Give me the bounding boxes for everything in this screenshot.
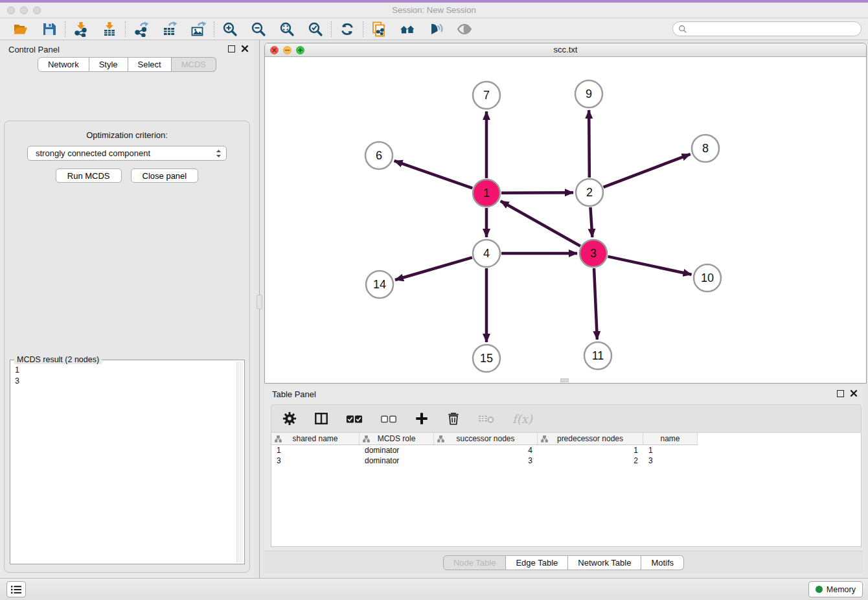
table-cell[interactable]: 3 xyxy=(643,456,698,465)
graph-node-8[interactable]: 8 xyxy=(692,135,719,162)
column-header-MCDS-role[interactable]: MCDS role xyxy=(360,433,434,445)
graph-node-14[interactable]: 14 xyxy=(366,271,393,298)
vertical-splitter-grip[interactable] xyxy=(257,295,262,309)
graph-node-11[interactable]: 11 xyxy=(584,342,611,369)
status-bar: Memory xyxy=(0,578,868,600)
table-row[interactable]: 1dominator411 xyxy=(271,445,861,456)
add-icon[interactable] xyxy=(415,411,429,426)
close-panel-icon[interactable] xyxy=(850,389,858,397)
graph-edge-2-9[interactable] xyxy=(589,110,589,178)
tab-edge-table[interactable]: Edge Table xyxy=(506,555,568,570)
export-table-icon[interactable] xyxy=(162,21,177,37)
table-cell[interactable]: 1 xyxy=(271,446,360,455)
graph-node-1[interactable]: 1 xyxy=(473,179,500,207)
zoom-in-icon[interactable] xyxy=(222,21,238,37)
app-traffic-lights[interactable] xyxy=(7,6,41,14)
tab-style[interactable]: Style xyxy=(89,57,128,72)
tab-network[interactable]: Network xyxy=(38,57,89,72)
search-input[interactable] xyxy=(691,25,856,34)
column-header-successor-nodes[interactable]: successor nodes xyxy=(434,433,538,445)
graph-edge-1-6[interactable] xyxy=(394,161,473,188)
table-row[interactable]: 3dominator323 xyxy=(271,456,861,466)
table-cell[interactable]: 4 xyxy=(434,446,538,455)
table-cell[interactable]: 3 xyxy=(434,456,538,465)
graph-node-3[interactable]: 3 xyxy=(580,240,607,267)
table-cell[interactable]: dominator xyxy=(360,446,434,455)
network-canvas[interactable]: 7968124314101511 xyxy=(265,57,866,383)
zoom-out-icon[interactable] xyxy=(251,21,266,37)
tab-network-table[interactable]: Network Table xyxy=(568,555,641,570)
table-cell[interactable]: dominator xyxy=(360,456,434,465)
table-cell[interactable]: 2 xyxy=(538,456,643,465)
sort-hierarchy-icon xyxy=(363,435,370,443)
trash-icon[interactable] xyxy=(446,411,461,426)
task-history-button[interactable] xyxy=(6,581,26,597)
show-columns-icon[interactable] xyxy=(314,411,328,426)
minimize-window-button[interactable] xyxy=(20,6,28,14)
graph-node-4[interactable]: 4 xyxy=(473,240,500,267)
close-view-button[interactable] xyxy=(270,46,279,54)
graph-node-2[interactable]: 2 xyxy=(576,179,603,206)
search-field[interactable] xyxy=(672,21,862,36)
graph-node-9[interactable]: 9 xyxy=(575,80,602,108)
close-panel-button[interactable]: Close panel xyxy=(131,168,199,183)
import-network-icon[interactable] xyxy=(73,21,89,37)
minimize-view-button[interactable] xyxy=(283,46,291,54)
run-mcds-button[interactable]: Run MCDS xyxy=(56,168,122,183)
tab-mcds[interactable]: MCDS xyxy=(172,57,216,72)
zoom-view-button[interactable] xyxy=(296,46,304,54)
deselect-all-icon[interactable] xyxy=(380,413,397,424)
graph-edge-4-14[interactable] xyxy=(395,257,472,280)
open-session-icon[interactable] xyxy=(13,21,29,37)
zoom-selected-icon[interactable] xyxy=(308,21,323,37)
graph-node-15[interactable]: 15 xyxy=(473,345,500,372)
tab-node-table[interactable]: Node Table xyxy=(443,555,507,570)
graph-edge-1-2[interactable] xyxy=(501,192,573,193)
result-scrollbar[interactable] xyxy=(236,362,243,562)
vertical-splitter[interactable] xyxy=(259,40,260,578)
import-table-icon[interactable] xyxy=(102,21,117,37)
network-window-titlebar[interactable]: scc.txt xyxy=(265,43,866,57)
export-network-icon[interactable] xyxy=(133,21,149,37)
close-window-button[interactable] xyxy=(7,6,15,14)
tab-select[interactable]: Select xyxy=(128,57,172,72)
graph-edge-3-10[interactable] xyxy=(608,257,691,275)
memory-button[interactable]: Memory xyxy=(808,581,863,597)
float-panel-icon[interactable] xyxy=(837,390,844,397)
column-header-shared-name[interactable]: shared name xyxy=(271,433,360,445)
svg-text:10: 10 xyxy=(701,271,714,284)
optimization-criterion-select[interactable]: strongly connected component xyxy=(27,146,227,161)
delete-table-icon[interactable] xyxy=(478,413,495,424)
table-cell[interactable]: 1 xyxy=(538,446,643,455)
zoom-window-button[interactable] xyxy=(33,6,41,14)
export-image-icon[interactable] xyxy=(190,21,206,37)
graph-node-10[interactable]: 10 xyxy=(694,264,721,292)
app-titlebar: Session: New Session xyxy=(0,3,868,18)
select-all-icon[interactable] xyxy=(346,413,363,424)
gear-icon[interactable] xyxy=(282,411,297,426)
graph-edge-3-1[interactable] xyxy=(501,201,580,246)
graph-edge-3-11[interactable] xyxy=(594,268,597,340)
column-header-name[interactable]: name xyxy=(643,433,698,445)
first-neighbors-icon[interactable] xyxy=(400,21,415,37)
show-graphics-details-icon[interactable] xyxy=(457,21,472,37)
network-graph[interactable]: 7968124314101511 xyxy=(265,57,866,383)
column-header-predecessor-nodes[interactable]: predecessor nodes xyxy=(538,433,643,445)
close-panel-icon[interactable] xyxy=(241,45,249,52)
graph-node-6[interactable]: 6 xyxy=(365,142,393,169)
memory-label: Memory xyxy=(827,585,856,594)
tab-motifs[interactable]: Motifs xyxy=(641,555,684,570)
hide-graphics-details-icon[interactable] xyxy=(428,21,444,37)
float-panel-icon[interactable] xyxy=(228,45,235,52)
function-builder-icon[interactable]: f(x) xyxy=(512,412,532,426)
graph-edge-2-8[interactable] xyxy=(604,154,691,187)
zoom-fit-icon[interactable] xyxy=(279,21,295,37)
table-cell[interactable]: 3 xyxy=(271,456,360,465)
graph-edge-2-3[interactable] xyxy=(590,207,592,237)
horizontal-splitter-grip[interactable] xyxy=(560,378,569,382)
duplicate-network-icon[interactable] xyxy=(371,21,387,37)
graph-node-7[interactable]: 7 xyxy=(473,82,500,109)
save-session-icon[interactable] xyxy=(41,21,57,37)
refresh-icon[interactable] xyxy=(339,21,355,37)
table-cell[interactable]: 1 xyxy=(643,446,698,455)
